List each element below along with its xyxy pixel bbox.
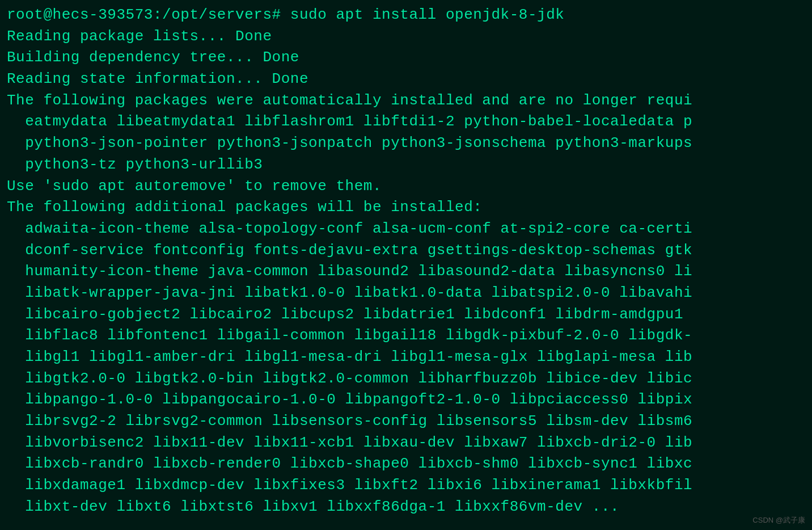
terminal-line: Reading state information... Done bbox=[7, 69, 805, 90]
terminal-line: libflac8 libfontenc1 libgail-common libg… bbox=[7, 325, 805, 347]
terminal-line: libvorbisenc2 libx11-dev libx11-xcb1 lib… bbox=[7, 432, 805, 454]
watermark: CSDN @武子康 bbox=[752, 515, 805, 525]
terminal-line: root@hecs-393573:/opt/servers# sudo apt … bbox=[7, 5, 805, 26]
terminal-line: libxt-dev libxt6 libxtst6 libxv1 libxxf8… bbox=[7, 497, 805, 518]
terminal-line: libxcb-randr0 libxcb-render0 libxcb-shap… bbox=[7, 453, 805, 475]
terminal-line: libgl1 libgl1-amber-dri libgl1-mesa-dri … bbox=[7, 347, 805, 368]
terminal-line: python3-json-pointer python3-jsonpatch p… bbox=[7, 133, 805, 154]
terminal-line: Reading package lists... Done bbox=[7, 26, 805, 48]
terminal-line: eatmydata libeatmydata1 libflashrom1 lib… bbox=[7, 111, 805, 133]
terminal-line: librsvg2-2 librsvg2-common libsensors-co… bbox=[7, 411, 805, 432]
terminal-line: The following packages were automaticall… bbox=[7, 90, 805, 112]
terminal-line: Building dependency tree... Done bbox=[7, 47, 805, 69]
terminal-line: libgtk2.0-0 libgtk2.0-bin libgtk2.0-comm… bbox=[7, 368, 805, 390]
terminal-line: The following additional packages will b… bbox=[7, 197, 805, 218]
terminal-line: libatk-wrapper-java-jni libatk1.0-0 liba… bbox=[7, 283, 805, 304]
terminal-line: libcairo-gobject2 libcairo2 libcups2 lib… bbox=[7, 304, 805, 326]
terminal-window: root@hecs-393573:/opt/servers# sudo apt … bbox=[0, 0, 812, 530]
terminal-line: libxdamage1 libxdmcp-dev libxfixes3 libx… bbox=[7, 475, 805, 497]
terminal-line: Use 'sudo apt autoremove' to remove them… bbox=[7, 176, 805, 197]
terminal-line: libpango-1.0-0 libpangocairo-1.0-0 libpa… bbox=[7, 389, 805, 411]
terminal-line: humanity-icon-theme java-common libasoun… bbox=[7, 261, 805, 283]
terminal-line: python3-tz python3-urllib3 bbox=[7, 154, 805, 176]
terminal-line: adwaita-icon-theme alsa-topology-conf al… bbox=[7, 218, 805, 240]
terminal-line: dconf-service fontconfig fonts-dejavu-ex… bbox=[7, 240, 805, 262]
